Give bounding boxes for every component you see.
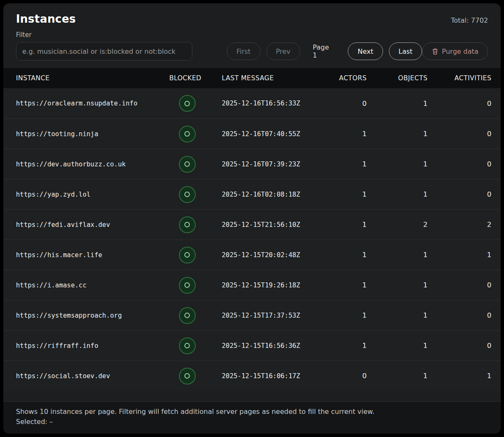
actors-count: 1 [323, 311, 369, 319]
activities-count: 0 [430, 190, 501, 198]
actors-count: 1 [323, 281, 369, 289]
objects-count: 1 [369, 190, 430, 198]
blocked-cell [157, 126, 218, 142]
actors-count: 0 [323, 100, 369, 108]
column-header-instance: INSTANCE [3, 74, 157, 82]
not-blocked-circle-icon [179, 277, 196, 294]
instance-url: https://fedi.aviflax.dev [3, 221, 157, 229]
instance-url: https://oraclearm.nsupdate.info [3, 100, 157, 107]
last-message-timestamp: 2025-12-15T20:02:48Z [218, 251, 323, 259]
actors-count: 0 [323, 372, 369, 380]
not-blocked-circle-icon [179, 95, 196, 112]
last-message-timestamp: 2025-12-16T07:39:23Z [218, 161, 323, 168]
blocked-cell [157, 186, 218, 203]
column-header-blocked: BLOCKED [157, 74, 218, 82]
objects-count: 1 [369, 130, 430, 138]
table-row[interactable]: https://yap.zyd.lol 2025-12-16T02:08:18Z… [3, 179, 501, 209]
activities-count: 0 [430, 281, 501, 289]
table-row[interactable]: https://social.stoev.dev 2025-12-15T16:0… [3, 361, 501, 391]
actors-count: 1 [323, 251, 369, 259]
page-title: Instances [16, 13, 76, 25]
not-blocked-circle-icon [179, 126, 196, 142]
table-row[interactable]: https://dev.authorbuzz.co.uk 2025-12-16T… [3, 149, 501, 179]
not-blocked-circle-icon [179, 216, 196, 233]
purge-data-button[interactable]: Purge data [422, 42, 488, 60]
blocked-cell [157, 277, 218, 294]
total-count: Total: 7702 [451, 16, 488, 24]
instance-url: https://yap.zyd.lol [3, 191, 157, 198]
table-row[interactable]: https://his.macer.life 2025-12-15T20:02:… [3, 240, 501, 270]
instance-url: https://riffraff.info [3, 342, 157, 350]
activities-count: 1 [430, 251, 501, 259]
blocked-cell [157, 95, 218, 112]
pagination: First Prev Page 1 Next Last [227, 42, 422, 60]
objects-count: 1 [369, 100, 430, 108]
table-row[interactable]: https://riffraff.info 2025-12-15T16:56:3… [3, 330, 501, 361]
table-row[interactable]: https://i.amase.cc 2025-12-15T19:26:18Z … [3, 270, 501, 300]
actors-count: 1 [323, 221, 369, 229]
instance-url: https://dev.authorbuzz.co.uk [3, 161, 157, 168]
panel-header: Instances Total: 7702 Filter First Prev … [3, 3, 501, 68]
activities-count: 0 [430, 311, 501, 319]
trash-icon [432, 48, 438, 55]
table-body: https://oraclearm.nsupdate.info 2025-12-… [3, 88, 501, 391]
activities-count: 0 [430, 100, 501, 108]
instance-url: https://social.stoev.dev [3, 372, 157, 380]
next-page-button[interactable]: Next [348, 42, 383, 60]
instance-url: https://systemsapproach.org [3, 312, 157, 319]
table-row[interactable]: https://tooting.ninja 2025-12-16T07:40:5… [3, 118, 501, 149]
objects-count: 1 [369, 281, 430, 289]
table-row[interactable]: https://fedi.aviflax.dev 2025-12-15T21:5… [3, 209, 501, 240]
last-message-timestamp: 2025-12-15T17:37:53Z [218, 312, 323, 319]
blocked-cell [157, 307, 218, 324]
table-header: INSTANCE BLOCKED LAST MESSAGE ACTORS OBJ… [3, 68, 501, 88]
column-header-activities: ACTIVITIES [430, 74, 501, 82]
last-message-timestamp: 2025-12-16T16:56:33Z [218, 100, 323, 107]
purge-button-label: Purge data [442, 47, 478, 55]
filter-input[interactable] [16, 42, 192, 61]
actors-count: 1 [323, 190, 369, 198]
activities-count: 2 [430, 221, 501, 229]
footer-selected-text: Selected: – [16, 417, 488, 427]
filter-label: Filter [16, 31, 488, 39]
activities-count: 1 [430, 372, 501, 380]
not-blocked-circle-icon [179, 156, 196, 173]
not-blocked-circle-icon [179, 186, 196, 203]
column-header-actors: ACTORS [323, 74, 369, 82]
not-blocked-circle-icon [179, 247, 196, 263]
blocked-cell [157, 156, 218, 173]
first-page-button[interactable]: First [227, 42, 260, 60]
blocked-cell [157, 216, 218, 233]
instances-table: INSTANCE BLOCKED LAST MESSAGE ACTORS OBJ… [3, 68, 501, 401]
blocked-cell [157, 247, 218, 263]
page-indicator: Page 1 [306, 43, 342, 59]
objects-count: 1 [369, 372, 430, 380]
last-message-timestamp: 2025-12-16T07:40:55Z [218, 130, 323, 138]
table-row[interactable]: https://oraclearm.nsupdate.info 2025-12-… [3, 88, 501, 118]
objects-count: 2 [369, 221, 430, 229]
actors-count: 1 [323, 342, 369, 350]
table-row[interactable]: https://systemsapproach.org 2025-12-15T1… [3, 300, 501, 330]
prev-page-button[interactable]: Prev [266, 42, 300, 60]
last-message-timestamp: 2025-12-16T02:08:18Z [218, 191, 323, 198]
instance-url: https://i.amase.cc [3, 282, 157, 289]
controls-row: First Prev Page 1 Next Last Purge data [16, 42, 488, 61]
last-message-timestamp: 2025-12-15T21:56:10Z [218, 221, 323, 229]
not-blocked-circle-icon [179, 337, 196, 354]
actors-count: 1 [323, 160, 369, 168]
blocked-cell [157, 368, 218, 384]
not-blocked-circle-icon [179, 307, 196, 324]
objects-count: 1 [369, 160, 430, 168]
footer-info-text: Shows 10 instances per page. Filtering w… [16, 407, 488, 417]
panel-footer: Shows 10 instances per page. Filtering w… [3, 401, 501, 434]
last-message-timestamp: 2025-12-15T16:56:36Z [218, 342, 323, 350]
actors-count: 1 [323, 130, 369, 138]
instances-panel: Instances Total: 7702 Filter First Prev … [3, 3, 501, 434]
objects-count: 1 [369, 311, 430, 319]
objects-count: 1 [369, 342, 430, 350]
instance-url: https://his.macer.life [3, 251, 157, 259]
activities-count: 0 [430, 130, 501, 138]
last-page-button[interactable]: Last [389, 42, 422, 60]
activities-count: 0 [430, 342, 501, 350]
objects-count: 1 [369, 251, 430, 259]
